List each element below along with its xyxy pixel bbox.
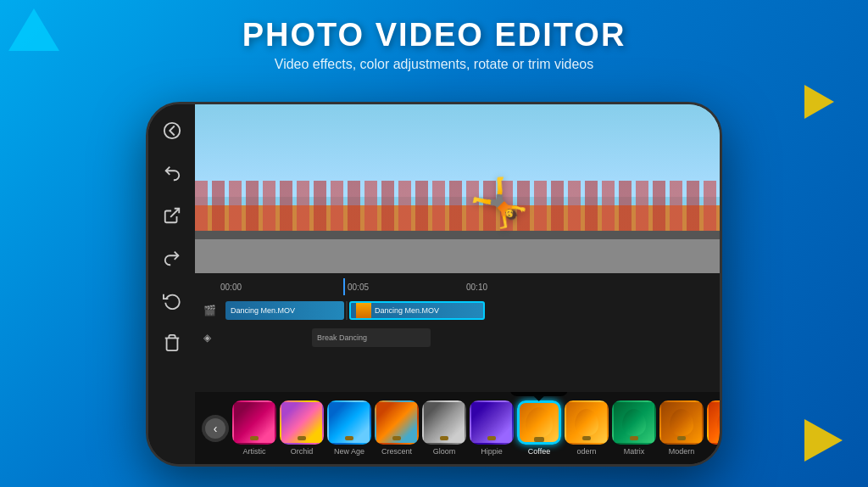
filter-coffee-selected[interactable]: Coffee Coffee (517, 400, 561, 456)
filter-coffee-label: Coffee (528, 447, 550, 456)
coffee-tooltip: Coffee (510, 392, 568, 396)
rooftop-bg (195, 231, 722, 239)
filter-hippie-label: Hippie (481, 447, 503, 456)
subtitle-track: ◈ Break Dancing (203, 326, 722, 350)
filter-crescent-inner (376, 402, 417, 443)
filter-matrix[interactable]: Matrix (612, 400, 656, 456)
triangle-decoration-tr (804, 85, 834, 119)
video-track: 🎬 Dancing Men.MOV Dancing Men.MOV (203, 299, 722, 322)
time-marker-0: 00:00 (220, 283, 242, 292)
subtitle-track-icon: ◈ (203, 332, 220, 344)
time-marker-10: 00:10 (466, 283, 487, 292)
filter-artistic-inner (234, 402, 275, 443)
filter-new-age-inner (329, 402, 370, 443)
filter-coffee2-inner (566, 402, 607, 443)
video-scene: 🤸 (195, 104, 722, 273)
time-ruler: 00:00 00:05 00:10 (195, 278, 722, 295)
reverse-icon[interactable] (159, 287, 186, 314)
filter-modern-thumb[interactable] (659, 400, 704, 445)
video-preview: 🤸 🎬 → ⚙ 100 ∨ (195, 104, 722, 273)
clip-thumb (356, 301, 371, 320)
filter-gloom[interactable]: Gloom (422, 400, 466, 456)
video-clip-1[interactable]: Dancing Men.MOV (225, 301, 344, 320)
clip-1-label: Dancing Men.MOV (231, 306, 295, 315)
filter-modern-label: Modern (669, 447, 695, 456)
filter-matrix-label: Matrix (624, 447, 645, 456)
subtitle-track-content: Break Dancing (225, 328, 722, 347)
svg-point-0 (164, 123, 179, 138)
filter-artistic-label: Artistic (243, 447, 266, 456)
video-track-icon: 🎬 (203, 305, 220, 316)
delete-icon[interactable] (159, 329, 186, 356)
sidebar (148, 104, 195, 464)
main-content: 🤸 🎬 → ⚙ 100 ∨ (195, 104, 722, 464)
filter-orchid-label: Orchid (291, 447, 314, 456)
back-nav-icon[interactable] (159, 117, 186, 144)
filter-gloom-label: Gloom (433, 447, 456, 456)
playhead[interactable] (343, 278, 345, 295)
app-subtitle: Video effects, color adjustments, rotate… (242, 57, 626, 72)
filter-bar-wrapper: ‹ Artistic (195, 392, 722, 464)
filter-gloom-thumb[interactable] (422, 400, 466, 445)
clip-2-label: Dancing Men.MOV (375, 306, 439, 315)
filter-orchid[interactable]: Orchid (280, 400, 324, 456)
filter-modern[interactable]: Modern (659, 400, 704, 456)
header-section: PHOTO VIDEO EDITOR Video effects, color … (242, 17, 626, 72)
filter-hippie-inner (471, 402, 512, 443)
filter-bar[interactable]: ‹ Artistic (195, 392, 722, 464)
dancer-figure: 🤸 (465, 171, 532, 236)
phone-frame: 🤸 🎬 → ⚙ 100 ∨ (146, 102, 722, 467)
filter-hippie-thumb[interactable] (470, 400, 514, 445)
video-track-content: Dancing Men.MOV Dancing Men.MOV (225, 301, 722, 320)
app-title: PHOTO VIDEO EDITOR (242, 17, 626, 53)
filter-coffee2-label: odern (576, 447, 596, 456)
filter-gloom-inner (424, 402, 465, 443)
subtitle-label: Break Dancing (317, 333, 367, 342)
subtitle-clip-1[interactable]: Break Dancing (312, 328, 431, 347)
filter-matrix-inner (614, 402, 654, 443)
redo-icon[interactable] (159, 244, 186, 271)
time-marker-5: 00:05 (348, 283, 369, 292)
back-circle: ‹ (205, 418, 225, 439)
filter-artistic[interactable]: Artistic (232, 400, 276, 456)
filter-coffee2[interactable]: odern (565, 400, 609, 456)
filter-crescent[interactable]: Crescent (375, 400, 419, 456)
filter-crescent-label: Crescent (381, 447, 412, 456)
clip-divider (346, 301, 348, 320)
tooltip-arrow (534, 396, 544, 401)
ground-bg (195, 239, 722, 273)
filter-coffee-thumb[interactable] (517, 400, 561, 445)
tracks-container: 🎬 Dancing Men.MOV Dancing Men.MOV (195, 295, 722, 353)
filter-orchid-inner (281, 402, 322, 443)
filter-crescent-thumb[interactable] (375, 400, 419, 445)
filter-matrix2-thumb[interactable] (707, 400, 722, 445)
import-icon[interactable] (159, 202, 186, 229)
video-clip-2[interactable]: Dancing Men.MOV (349, 301, 485, 320)
filter-matrix2-inner (709, 402, 722, 443)
filter-coffee-inner (520, 403, 559, 442)
filter-hippie[interactable]: Hippie (470, 400, 514, 456)
triangle-decoration-tl (8, 8, 59, 51)
timeline-area: 00:00 00:05 00:10 🎬 Dancing Men.MOV (195, 273, 722, 392)
filter-modern-inner (661, 402, 702, 443)
filter-artistic-thumb[interactable] (232, 400, 276, 445)
filter-new-age-label: New Age (334, 447, 364, 456)
filter-matrix-thumb[interactable] (612, 400, 656, 445)
back-arrow-icon: ‹ (214, 422, 218, 435)
filter-coffee2-thumb[interactable] (565, 400, 609, 445)
filter-new-age-thumb[interactable] (327, 400, 371, 445)
buildings-bg (195, 181, 722, 232)
triangle-decoration-br (804, 419, 843, 462)
filter-new-age[interactable]: New Age (327, 400, 371, 456)
filter-back-button[interactable]: ‹ (202, 415, 229, 442)
filter-orchid-thumb[interactable] (280, 400, 324, 445)
undo-icon[interactable] (159, 160, 186, 187)
